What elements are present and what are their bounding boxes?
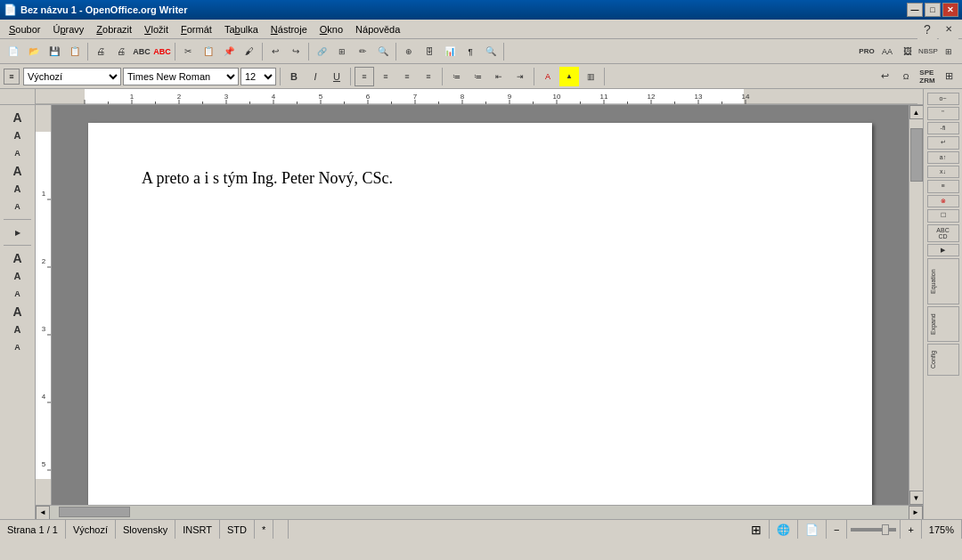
close-button[interactable]: ✕	[942, 3, 958, 17]
indent-increase-button[interactable]: ⇥	[510, 67, 530, 86]
scroll-track[interactable]	[909, 119, 923, 491]
view-web-button[interactable]: 🌐	[770, 520, 798, 539]
list-unordered-button[interactable]: ≔	[446, 67, 466, 86]
bold-button[interactable]: B	[284, 67, 304, 86]
right-btn-fi[interactable]: -fi	[927, 122, 959, 134]
close-doc-icon[interactable]: ✕	[939, 20, 958, 39]
copy-button[interactable]: 📋	[199, 42, 218, 61]
edit-mode[interactable]: STD	[220, 520, 255, 539]
menu-format[interactable]: Formát	[175, 22, 217, 37]
show-draw-button[interactable]: ✏	[353, 42, 372, 61]
extra2-button[interactable]: ⊞	[939, 67, 958, 86]
font-size-select[interactable]: 12	[240, 68, 276, 85]
undo2-button[interactable]: ↩	[875, 67, 894, 86]
table-button[interactable]: ⊞	[332, 42, 352, 61]
italic-button[interactable]: I	[306, 67, 325, 86]
indent-decrease-button[interactable]: ⇤	[489, 67, 509, 86]
right-btn-expnd[interactable]: Expand	[927, 306, 959, 342]
print-preview-button[interactable]: 🖨	[91, 42, 110, 61]
right-btn-sup[interactable]: a↑	[927, 151, 959, 164]
right-btn-lines[interactable]: ≡	[927, 180, 959, 192]
right-btn-quote[interactable]: "	[927, 107, 959, 119]
sidebar-a-small4[interactable]: A	[4, 338, 32, 356]
background-color-button[interactable]: ▥	[581, 67, 600, 86]
right-btn-abc[interactable]: ABCCD	[927, 224, 959, 242]
nbsp-button[interactable]: NBSP	[918, 42, 938, 61]
right-btn-return[interactable]: ↵	[927, 136, 959, 149]
scroll-up-button[interactable]: ▲	[909, 105, 924, 119]
font-color-button[interactable]: A	[538, 67, 558, 86]
right-btn-tilde[interactable]: o~	[927, 93, 959, 105]
sidebar-a-large2[interactable]: A	[4, 162, 32, 180]
undo-button[interactable]: ↩	[265, 42, 285, 61]
sidebar-expand-icon[interactable]: ▶	[4, 223, 32, 241]
new-button[interactable]: 📄	[4, 42, 23, 61]
extra-button[interactable]: ⊞	[939, 42, 958, 61]
find-button[interactable]: 🔍	[373, 42, 393, 61]
insert-mode[interactable]: INSRT	[175, 520, 220, 539]
sidebar-a-large4[interactable]: A	[4, 303, 32, 321]
zoom-out-button[interactable]: −	[827, 520, 847, 539]
print-button[interactable]: 🖨	[111, 42, 131, 61]
align-left-button[interactable]: ≡	[355, 67, 374, 86]
help-icon[interactable]: ?	[917, 20, 937, 39]
sidebar-a-small3[interactable]: A	[4, 285, 32, 303]
menu-napoveda[interactable]: Nápověda	[350, 22, 405, 37]
sidebar-a-medium1[interactable]: A	[4, 126, 32, 144]
scroll-thumb[interactable]	[910, 128, 923, 182]
menu-okno[interactable]: Okno	[314, 22, 348, 37]
sidebar-a-small2[interactable]: A	[4, 198, 32, 215]
page-container[interactable]: A preto a i s tým Ing. Peter Nový, CSc.	[52, 105, 909, 505]
right-btn-expand-arrow[interactable]: ▶	[927, 244, 959, 256]
h-scroll-thumb[interactable]	[59, 507, 130, 517]
scroll-right-button[interactable]: ►	[909, 506, 923, 520]
hyperlink-button[interactable]: 🔗	[312, 42, 331, 61]
pro-button[interactable]: PRO	[857, 42, 876, 61]
cut-button[interactable]: ✂	[178, 42, 198, 61]
highlight-button[interactable]: ▲	[559, 67, 579, 86]
menu-upravy[interactable]: Úpravy	[47, 22, 89, 37]
spelling-button[interactable]: ABC	[132, 42, 151, 61]
special-chars-button[interactable]: Ω	[896, 67, 916, 86]
minimize-button[interactable]: —	[907, 3, 923, 17]
open-button[interactable]: 📂	[24, 42, 44, 61]
nonprinting-button[interactable]: ¶	[461, 42, 480, 61]
save-as-button[interactable]: 📋	[65, 42, 85, 61]
img-button[interactable]: 🖼	[898, 42, 917, 61]
sidebar-a-large3[interactable]: A	[4, 249, 32, 267]
right-btn-equation[interactable]: Equation	[927, 258, 959, 304]
underline-button[interactable]: U	[327, 67, 346, 86]
datasource-button[interactable]: 📊	[440, 42, 460, 61]
view-normal-button[interactable]: ⊞	[744, 520, 770, 539]
zoom-in-button[interactable]: +	[901, 520, 921, 539]
paragraph-style-select[interactable]: Výchozí	[23, 68, 121, 85]
style2-button[interactable]: SPEZRM	[917, 67, 937, 86]
font-name-select[interactable]: Times New Roman	[123, 68, 239, 85]
align-center-button[interactable]: ≡	[376, 67, 395, 86]
sidebar-a-large1[interactable]: A	[4, 109, 32, 126]
sidebar-a-medium4[interactable]: A	[4, 321, 32, 338]
menu-vlozit[interactable]: Vložit	[139, 22, 174, 37]
menu-nastroje[interactable]: Nástroje	[265, 22, 313, 37]
right-btn-sub[interactable]: x↓	[927, 166, 959, 178]
scroll-left-button[interactable]: ◄	[36, 506, 50, 520]
spellcheck-button[interactable]: ABC	[152, 42, 172, 61]
zoom-button[interactable]: 🔍	[481, 42, 501, 61]
right-btn-cross[interactable]: ⊗	[927, 195, 959, 207]
maximize-button[interactable]: □	[925, 3, 941, 17]
redo-button[interactable]: ↪	[286, 42, 306, 61]
save-button[interactable]: 💾	[45, 42, 64, 61]
paste-button[interactable]: 📌	[219, 42, 239, 61]
document-text[interactable]: A preto a i s tým Ing. Peter Nový, CSc.	[142, 167, 819, 190]
scroll-down-button[interactable]: ▼	[909, 491, 924, 505]
menu-zobrazit[interactable]: Zobrazit	[91, 22, 137, 37]
menu-tabulka[interactable]: Tabulka	[219, 22, 264, 37]
format-paint-button[interactable]: 🖌	[240, 42, 259, 61]
menu-soubor[interactable]: Soubor	[4, 22, 45, 37]
sidebar-a-medium3[interactable]: A	[4, 267, 32, 285]
aa-button[interactable]: AA	[877, 42, 897, 61]
right-btn-box[interactable]: ☐	[927, 209, 959, 222]
zoom-slider[interactable]	[847, 520, 901, 539]
right-btn-config[interactable]: Config	[927, 344, 959, 376]
list-ordered-button[interactable]: ≔	[468, 67, 487, 86]
